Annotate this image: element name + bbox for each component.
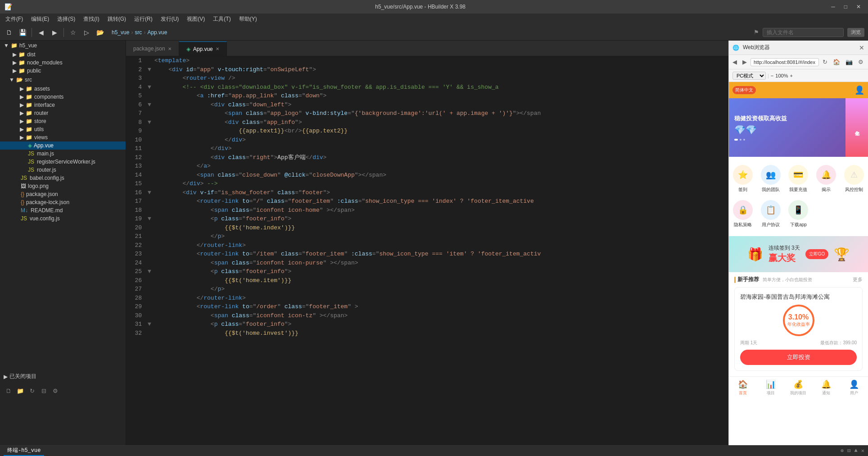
bookmark-button[interactable]: ☆ — [68, 27, 78, 38]
browser-forward-button[interactable]: ▶ — [741, 58, 749, 66]
icon-download[interactable]: 📱 下载app — [785, 196, 813, 232]
fold-8[interactable]: ▼ — [146, 118, 153, 127]
fold-24[interactable] — [146, 259, 153, 268]
fold-23[interactable] — [146, 250, 153, 259]
fold-32[interactable] — [146, 329, 153, 338]
sidebar-project-root[interactable]: ▼ 📁 h5_vue — [0, 41, 126, 50]
terminal-tab[interactable]: 终端-h5_vue — [4, 446, 44, 456]
menu-goto[interactable]: 跳转(G) — [104, 14, 130, 24]
open-folder-button[interactable]: 📂 — [95, 27, 105, 38]
fold-11[interactable] — [146, 144, 153, 153]
menu-find[interactable]: 查找(I) — [80, 14, 103, 24]
fold-15[interactable] — [146, 179, 153, 188]
tab-close-app-vue[interactable]: ✕ — [216, 46, 219, 51]
sidebar-item-register-sw[interactable]: JS registerServiceWorker.js — [0, 158, 126, 166]
fold-27[interactable] — [146, 285, 153, 294]
sidebar-item-logo[interactable]: 🖼 logo.png — [0, 182, 126, 190]
fold-28[interactable] — [146, 294, 153, 303]
fold-9[interactable] — [146, 127, 153, 136]
nav-project[interactable]: 📊 项目 — [757, 379, 785, 396]
terminal-split-button[interactable]: ⊟ — [847, 447, 850, 454]
fold-10[interactable] — [146, 136, 153, 145]
fold-19[interactable]: ▼ — [146, 214, 153, 223]
sidebar-item-router[interactable]: ▶ 📁 router — [0, 109, 126, 117]
banner2-btn[interactable]: 立即GO — [805, 249, 829, 259]
sidebar-item-components[interactable]: ▶ 📁 components — [0, 93, 126, 101]
menu-file[interactable]: 文件(F) — [2, 14, 27, 24]
icon-team[interactable]: 👥 我的团队 — [757, 161, 785, 196]
tab-app-vue[interactable]: ◈ App.vue ✕ — [179, 41, 227, 56]
sidebar-item-utils[interactable]: ▶ 📁 utils — [0, 125, 126, 133]
collapse-button[interactable]: ⊟ — [39, 386, 49, 396]
menu-help[interactable]: 帮助(Y) — [235, 14, 261, 24]
fold-14[interactable] — [146, 171, 153, 180]
sidebar-item-src[interactable]: ▼ 📂 src — [0, 75, 126, 85]
fold-29[interactable] — [146, 302, 153, 311]
fold-3[interactable] — [146, 74, 153, 83]
nav-my-project[interactable]: 💰 我的项目 — [785, 379, 813, 396]
device-mode-select[interactable]: PC模式 移动模式 — [732, 72, 766, 80]
breadcrumb-project[interactable]: h5_vue — [112, 29, 129, 36]
sidebar-item-router-js[interactable]: JS router.js — [0, 166, 126, 174]
fold-22[interactable] — [146, 241, 153, 250]
browser-url-input[interactable] — [750, 58, 819, 66]
nav-home[interactable]: 🏠 首页 — [729, 379, 757, 396]
sidebar-item-views[interactable]: ▶ 📁 views — [0, 133, 126, 141]
fold-5[interactable] — [146, 91, 153, 100]
fold-16[interactable]: ▼ — [146, 188, 153, 197]
file-name-input[interactable] — [763, 28, 844, 37]
lang-badge[interactable]: 简体中文 — [732, 86, 756, 94]
browser-back-button[interactable]: ◀ — [731, 58, 739, 66]
minimize-button[interactable]: ─ — [828, 3, 838, 11]
menu-view[interactable]: 视图(V) — [183, 14, 208, 24]
fold-30[interactable] — [146, 311, 153, 320]
sidebar-item-vue-config[interactable]: JS vue.config.js — [0, 214, 126, 223]
refresh-button[interactable]: ↻ — [27, 386, 37, 396]
icon-privacy[interactable]: 🔒 隐私策略 — [729, 196, 757, 232]
sidebar-item-node-modules[interactable]: ▶ 📁 node_modules — [0, 59, 126, 67]
sidebar-item-babel[interactable]: JS babel.config.js — [0, 174, 126, 182]
run-button[interactable]: ▷ — [81, 27, 92, 38]
sidebar-item-public[interactable]: ▶ 📁 public — [0, 67, 126, 75]
fold-21[interactable] — [146, 232, 153, 241]
nav-notify[interactable]: 🔔 通知 — [812, 379, 840, 396]
fold-26[interactable] — [146, 276, 153, 285]
forward-button[interactable]: ▶ — [49, 27, 60, 38]
new-file-bottom-button[interactable]: 🗋 — [4, 386, 14, 396]
menu-tools[interactable]: 工具(T) — [209, 14, 234, 24]
code-editor[interactable]: 1 <template> 2 ▼ <div id="app" v-touch:r… — [126, 56, 728, 445]
fold-13[interactable] — [146, 162, 153, 171]
new-file-button[interactable]: 🗋 — [4, 27, 14, 38]
browser-close-button[interactable]: ✕ — [859, 44, 864, 51]
icon-signin[interactable]: ⭐ 签到 — [729, 161, 757, 196]
menu-edit[interactable]: 编辑(E) — [27, 14, 53, 24]
fold-2[interactable]: ▼ — [146, 65, 153, 74]
icon-recharge[interactable]: 💳 我要充值 — [785, 161, 813, 196]
fold-20[interactable] — [146, 223, 153, 233]
sidebar-item-dist[interactable]: ▶ 📁 dist — [0, 50, 126, 59]
fold-18[interactable] — [146, 206, 153, 215]
fold-4[interactable]: ▼ — [146, 83, 153, 92]
fold-31[interactable]: ▼ — [146, 320, 153, 329]
tab-package-json[interactable]: package.json ✕ — [126, 41, 179, 56]
invest-button[interactable]: 立即投资 — [740, 350, 857, 365]
fold-6[interactable]: ▼ — [146, 100, 153, 109]
fold-12[interactable] — [146, 153, 153, 162]
browser-toggle[interactable]: 浏览 — [847, 28, 864, 37]
terminal-new-button[interactable]: ⊕ — [841, 447, 844, 454]
browser-devtools-button[interactable]: ⚙ — [856, 58, 865, 66]
zoom-in-button[interactable]: + — [790, 73, 792, 78]
nav-user[interactable]: 👤 用户 — [840, 379, 868, 396]
breadcrumb-folder[interactable]: src — [135, 29, 142, 36]
closed-projects-item[interactable]: ▶ 已关闭项目 — [0, 370, 126, 383]
save-button[interactable]: 💾 — [17, 27, 28, 38]
zoom-out-button[interactable]: − — [771, 73, 773, 78]
tab-close-package-json[interactable]: ✕ — [168, 46, 172, 51]
breadcrumb-file[interactable]: App.vue — [147, 29, 167, 36]
sidebar-item-assets[interactable]: ▶ 📁 assets — [0, 85, 126, 93]
sidebar-item-main-js[interactable]: JS main.js — [0, 150, 126, 158]
icon-reveal[interactable]: 🔔 揭示 — [812, 161, 840, 196]
menu-run[interactable]: 运行(R) — [131, 14, 156, 24]
sidebar-item-package-json[interactable]: {} package.json — [0, 190, 126, 198]
browser-screenshot-button[interactable]: 📷 — [844, 58, 854, 66]
